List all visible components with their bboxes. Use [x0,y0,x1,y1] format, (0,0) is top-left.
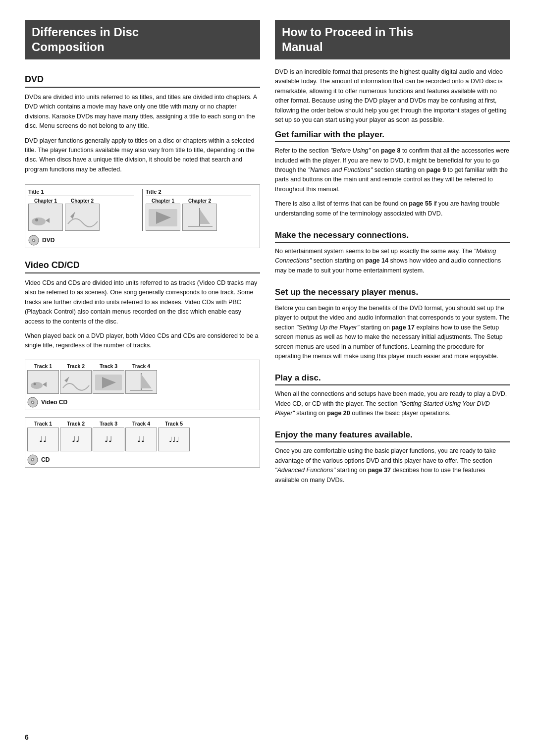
features-title: Enjoy the many features available. [275,430,510,442]
vcd-disc-row: Video CD [27,397,258,408]
svg-rect-20 [60,371,91,393]
right-section-play-disc: Play a disc. When all the connections an… [275,373,510,423]
dvd-disc-label-row: DVD [28,235,257,246]
dvd-para2: DVD player functions generally apply to … [25,136,260,175]
cd-track4-label: Track 4 [132,421,150,427]
dvd-title2-ch2-label: Chapter 2 [188,198,211,204]
vcd-track2-img [60,370,92,394]
connections-body: No entertainment system seems to be set … [275,247,510,275]
vcd-track1-label: Track 1 [34,363,52,369]
svg-rect-4 [65,204,99,230]
dvd-section-title: DVD [25,74,260,88]
svg-point-3 [35,218,38,221]
vcd-track3-img [93,370,124,394]
vcd-para2: When played back on a DVD player, both V… [25,331,260,351]
left-header-title: Differences in Disc Composition [32,25,253,54]
dvd-ch2-img [65,204,100,231]
svg-rect-0 [29,204,62,230]
dvd-disc-icon [28,235,39,246]
dvd-title2-ch2-img [182,204,217,231]
play-disc-body: When all the connections and setups have… [275,389,510,418]
vcd-diagram: Track 1 Track 2 [25,360,260,410]
cd-disc-icon [27,454,38,465]
svg-point-19 [34,382,36,385]
svg-point-31 [32,401,33,402]
left-header-box: Differences in Disc Composition [25,20,260,59]
play-disc-title: Play a disc. [275,373,510,385]
vcd-track1-img [27,370,59,394]
dvd-ch1-label: Chapter 1 [34,198,57,204]
left-column: Differences in Disc Composition DVD DVDs… [25,20,260,497]
cd-disc-row: CD [27,454,258,465]
page: Differences in Disc Composition DVD DVDs… [0,0,535,517]
vcd-track3-label: Track 3 [100,363,117,369]
dvd-title2-label: Title 2 [146,189,257,195]
right-intro: DVD is an incredible format that present… [275,67,510,125]
dvd-title2-ch1-img [146,204,180,231]
svg-point-1 [32,217,46,225]
dvd-title2-ch1-label: Chapter 1 [152,198,174,204]
vcd-para1: Video CDs and CDs are divided into units… [25,278,260,326]
dvd-ch1-img [28,204,63,231]
page-number: 6 [25,733,29,741]
cd-track5-box: ♩♩♩ [158,428,190,451]
cd-track4-box: ♩♩ [125,428,157,451]
cd-track2-label: Track 2 [67,421,85,427]
get-familiar-title: Get familiar with the player. [275,130,510,142]
vcd-track4-label: Track 4 [132,363,150,369]
cd-track1-box: ♩♩ [27,428,59,451]
vcd-disc-text: Video CD [41,399,67,406]
svg-point-15 [33,240,34,241]
right-section-features: Enjoy the many features available. Once … [275,430,510,490]
cd-track2-box: ♩♩ [60,428,92,451]
svg-point-34 [32,459,33,460]
dvd-para1: DVDs are divided into units referred to … [25,93,260,131]
right-header-box: How to Proceed in This Manual [275,20,510,59]
vcd-section-title: Video CD/CD [25,260,260,273]
cd-disc-text: CD [41,456,50,463]
cd-diagram: Track 1 ♩♩ Track 2 ♩♩ Track 3 ♩♩ Track 4… [25,417,260,468]
svg-point-17 [31,382,43,389]
cd-track5-label: Track 5 [165,421,183,427]
dvd-title1-label: Title 1 [28,189,139,195]
connections-title: Make the necessary connections. [275,230,510,243]
vcd-track2-label: Track 2 [67,363,85,369]
svg-rect-16 [28,371,58,393]
right-section-connections: Make the necessary connections. No enter… [275,230,510,280]
player-menus-title: Set up the necessary player menus. [275,287,510,300]
get-familiar-body2: There is also a list of terms that can b… [275,199,510,218]
dvd-diagram: Title 1 Chapter 1 [25,184,260,248]
dvd-disc-text: DVD [42,237,54,244]
right-header-title: How to Proceed in This Manual [282,25,503,54]
vcd-track4-img [125,370,157,394]
vcd-disc-icon [27,397,38,408]
dvd-ch2-label: Chapter 2 [71,198,94,204]
get-familiar-body: Refer to the section "Before Using" on p… [275,146,510,194]
right-section-player-menus: Set up the necessary player menus. Befor… [275,287,510,366]
cd-track3-label: Track 3 [100,421,117,427]
cd-track3-box: ♩♩ [93,428,124,451]
cd-track1-label: Track 1 [34,421,52,427]
right-column: How to Proceed in This Manual DVD is an … [275,20,510,497]
right-section-get-familiar: Get familiar with the player. Refer to t… [275,130,510,223]
player-menus-body: Before you can begin to enjoy the benefi… [275,304,510,361]
features-body: Once you are comfortable using the basic… [275,446,510,485]
